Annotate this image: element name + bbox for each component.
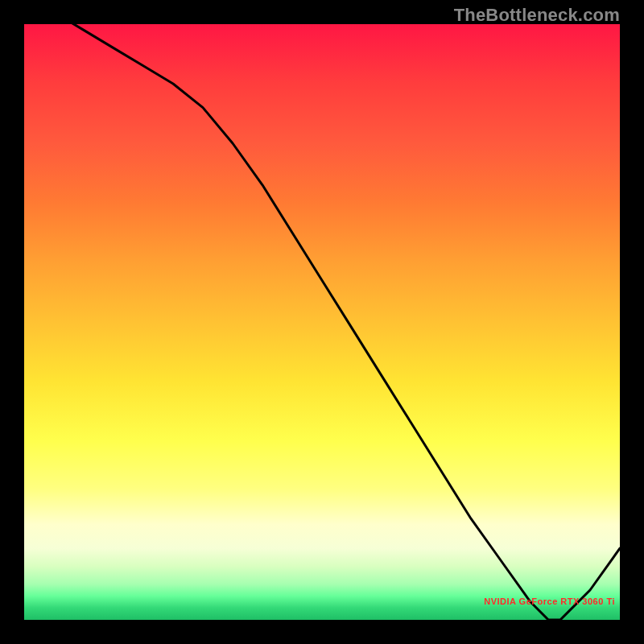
recommended-gpu-annotation: NVIDIA GeForce RTX 3060 Ti xyxy=(484,597,615,606)
bottleneck-curve-line xyxy=(24,24,620,620)
attribution-label: TheBottleneck.com xyxy=(454,5,620,26)
plot-area: NVIDIA GeForce RTX 3060 Ti xyxy=(24,24,620,620)
chart-frame: TheBottleneck.com NVIDIA GeForce RTX 306… xyxy=(0,0,644,644)
line-chart-svg xyxy=(24,24,620,620)
